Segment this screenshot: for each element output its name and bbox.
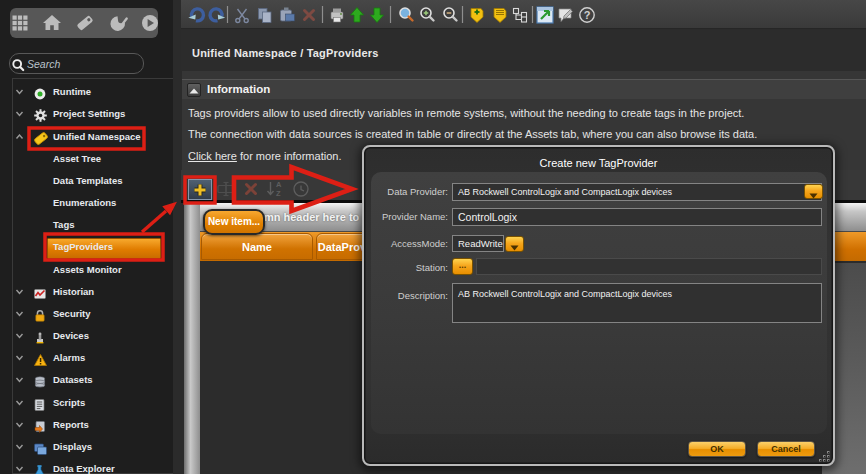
svg-text:?: ? xyxy=(584,9,591,21)
svg-text:Z: Z xyxy=(276,189,281,198)
svg-text:A: A xyxy=(276,180,282,189)
